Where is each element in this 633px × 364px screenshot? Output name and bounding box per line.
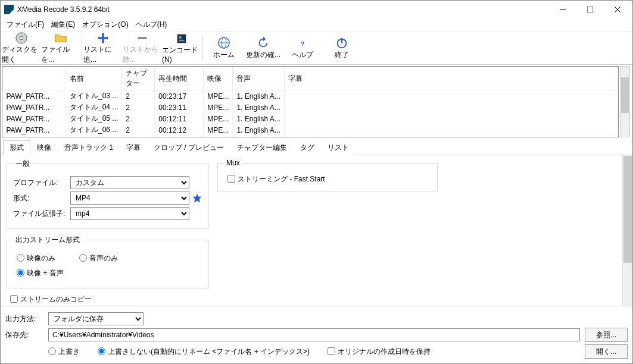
output-area: 出力方法: フォルダに保存 保存先: 参照... 上書き 上書きしない(自動的に… — [1, 306, 632, 363]
minus-icon — [135, 32, 149, 45]
combo-format[interactable]: MP4 — [70, 192, 189, 205]
svg-rect-9 — [179, 40, 184, 42]
btn-open[interactable]: 開く... — [585, 344, 628, 359]
table-row[interactable]: PAW_PATR...タイトル_04 ...200:23:11MPE...1. … — [3, 102, 618, 113]
combo-profile[interactable]: カスタム — [70, 176, 189, 189]
svg-text:?: ? — [301, 40, 305, 48]
label-ext: ファイル拡張子: — [13, 209, 70, 219]
radio-rename[interactable]: 上書きしない(自動的にリネーム <ファイル名 + インデックス>) — [98, 347, 310, 357]
tb-add-list[interactable]: リストに追... — [83, 33, 123, 64]
table-row[interactable]: PAW_PATR...タイトル_07 ...200:12:11MPE...1. … — [3, 136, 618, 137]
label-format: 形式: — [13, 193, 70, 203]
power-icon — [335, 36, 349, 50]
tab-list[interactable]: リスト — [321, 140, 356, 155]
btn-browse[interactable]: 参照... — [585, 328, 628, 342]
svg-rect-8 — [179, 36, 182, 39]
refresh-icon — [256, 36, 270, 50]
folder-icon — [54, 32, 68, 45]
label-out-method: 出力方法: — [5, 314, 43, 324]
table-row[interactable]: PAW_PATR...タイトル_06 ...200:12:12MPE...1. … — [3, 124, 618, 136]
fs-mux: Mux ストリーミング - Fast Start — [217, 159, 438, 192]
tb-open-disc[interactable]: ディスクを開く — [2, 33, 41, 64]
tb-encode[interactable]: エンコード(N) — [162, 33, 201, 64]
globe-icon — [217, 36, 231, 50]
panel-scrollbar[interactable] — [622, 155, 632, 306]
combo-ext[interactable]: mp4 — [70, 207, 189, 220]
plus-icon — [96, 32, 110, 45]
tab-format[interactable]: 形式 — [3, 140, 30, 155]
menu-edit[interactable]: 編集(E) — [48, 18, 79, 31]
disc-icon — [14, 32, 29, 45]
table-row[interactable]: PAW_PATR...タイトル_03 ...200:23:17MPE...1. … — [3, 90, 618, 102]
menu-options[interactable]: オプション(O) — [79, 18, 132, 31]
cb-keepdate[interactable]: オリジナルの作成日時を保持 — [328, 347, 431, 357]
titlebar: XMedia Recode 3.5.9.2 64bit — [1, 1, 632, 18]
tab-crop[interactable]: クロップ / プレビュー — [147, 140, 230, 155]
tb-help[interactable]: ?ヘルプ — [283, 33, 322, 64]
radio-video-audio[interactable]: 映像 + 音声 — [17, 268, 64, 278]
menu-help[interactable]: ヘルプ(H) — [132, 18, 171, 31]
maximize-button[interactable] — [576, 1, 604, 18]
label-dest: 保存先: — [5, 330, 43, 340]
minimize-button[interactable] — [549, 1, 576, 18]
col-name[interactable]: 名前 — [66, 67, 122, 90]
favorite-icon[interactable] — [192, 193, 202, 203]
tabs: 形式 映像 音声トラック 1 字幕 クロップ / プレビュー チャプター編集 タ… — [1, 140, 632, 155]
window-title: XMedia Recode 3.5.9.2 64bit — [17, 5, 549, 14]
menubar: ファイル(F) 編集(E) オプション(O) ヘルプ(H) — [1, 18, 632, 32]
table-row[interactable]: PAW_PATR...タイトル_05 ...200:12:11MPE...1. … — [3, 113, 618, 124]
fs-stream: 出力ストリーム形式 映像のみ 音声のみ 映像 + 音声 — [7, 235, 209, 288]
cb-streaming[interactable]: ストリーミング - Fast Start — [227, 175, 325, 183]
tb-update[interactable]: 更新の確... — [244, 33, 283, 64]
col-duration[interactable]: 再生時間 — [155, 67, 204, 90]
tb-home[interactable]: ホーム — [204, 33, 244, 64]
radio-video-only[interactable]: 映像のみ — [17, 253, 55, 263]
encode-icon — [174, 32, 189, 45]
col-file[interactable] — [3, 67, 66, 90]
help-icon: ? — [295, 36, 310, 50]
app-logo — [4, 5, 14, 14]
label-profile: プロファイル: — [13, 178, 70, 188]
fs-general: 一般 プロファイル:カスタム 形式:MP4 ファイル拡張子:mp4 — [7, 159, 209, 229]
radio-overwrite[interactable]: 上書き — [48, 347, 80, 357]
menu-file[interactable]: ファイル(F) — [3, 18, 48, 31]
tb-remove-list[interactable]: リストから除... — [123, 33, 162, 64]
col-chapter[interactable]: チャプター — [122, 67, 155, 90]
tab-video[interactable]: 映像 — [30, 140, 58, 155]
cb-stream-copy[interactable]: ストリームのみコピー — [10, 295, 92, 303]
col-video[interactable]: 映像 — [204, 67, 233, 90]
tab-subs[interactable]: 字幕 — [120, 140, 147, 155]
combo-out-method[interactable]: フォルダに保存 — [48, 312, 144, 325]
format-panel: 一般 プロファイル:カスタム 形式:MP4 ファイル拡張子:mp4 出力ストリー… — [1, 155, 632, 306]
col-sub[interactable]: 字幕 — [284, 67, 618, 90]
svg-point-5 — [20, 36, 23, 40]
tab-tag[interactable]: タグ — [294, 140, 321, 155]
tab-chapter[interactable]: チャプター編集 — [230, 140, 294, 155]
svg-rect-6 — [138, 37, 147, 39]
file-list: 名前 チャプター 再生時間 映像 音声 字幕 PAW_PATR...タイトル_0… — [1, 65, 632, 139]
svg-rect-1 — [587, 7, 593, 12]
list-scrollbar[interactable] — [620, 66, 630, 137]
col-audio[interactable]: 音声 — [233, 67, 284, 90]
input-dest[interactable] — [48, 328, 580, 341]
radio-audio-only[interactable]: 音声のみ — [79, 253, 118, 263]
close-button[interactable] — [604, 1, 631, 18]
tb-open-file[interactable]: ファイルを... — [41, 33, 80, 64]
toolbar: ディスクを開く ファイルを... リストに追... リストから除... エンコー… — [1, 32, 632, 65]
tb-exit[interactable]: 終了 — [322, 33, 361, 64]
tab-audio[interactable]: 音声トラック 1 — [58, 140, 120, 155]
